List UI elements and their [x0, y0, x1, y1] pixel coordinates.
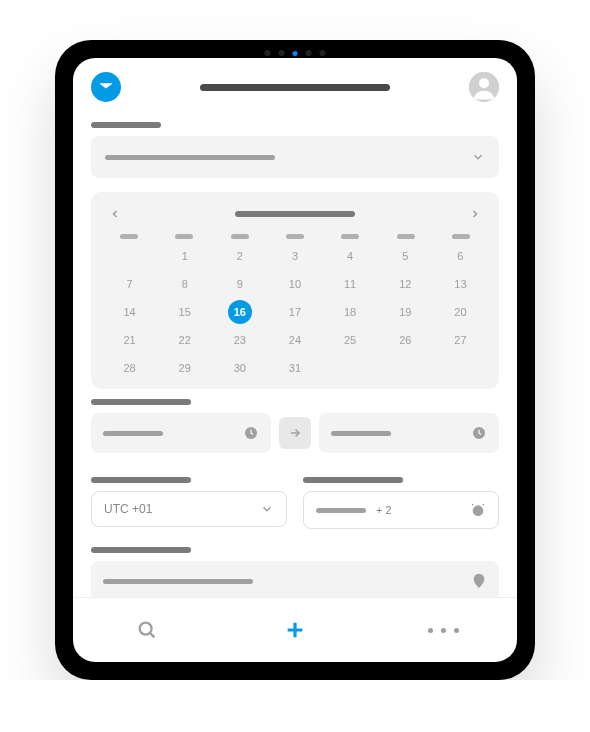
section-label-location	[91, 547, 191, 553]
timezone-select[interactable]: UTC +01	[91, 491, 287, 527]
calendar-day[interactable]: 2	[213, 243, 266, 269]
category-dropdown[interactable]	[91, 136, 499, 178]
calendar-day[interactable]: 16	[228, 300, 252, 324]
calendar-day[interactable]: 31	[268, 355, 321, 381]
calendar-day[interactable]: 22	[158, 327, 211, 353]
clock-icon	[471, 425, 487, 441]
calendar-day[interactable]: 9	[213, 271, 266, 297]
calendar-day[interactable]: 3	[268, 243, 321, 269]
calendar-day[interactable]: 12	[379, 271, 432, 297]
start-time-field[interactable]	[91, 413, 271, 453]
profile-avatar[interactable]	[469, 72, 499, 102]
calendar-weekday-row	[103, 234, 487, 239]
time-arrow-icon	[279, 417, 311, 449]
calendar-day[interactable]: 23	[213, 327, 266, 353]
calendar-day[interactable]: 6	[434, 243, 487, 269]
svg-point-1	[479, 78, 489, 88]
calendar-day[interactable]: 15	[158, 299, 211, 325]
calendar-day[interactable]: 5	[379, 243, 432, 269]
bottom-nav	[73, 597, 517, 662]
section-label-timezone	[91, 477, 191, 483]
reminder-extra-count: + 2	[376, 504, 392, 516]
calendar-day[interactable]: 19	[379, 299, 432, 325]
svg-point-7	[140, 623, 152, 635]
calendar-day[interactable]: 30	[213, 355, 266, 381]
calendar-month-label	[235, 211, 355, 217]
chevron-down-icon	[260, 502, 274, 516]
calendar-day[interactable]: 7	[103, 271, 156, 297]
app-logo[interactable]	[91, 72, 121, 102]
calendar-day[interactable]: 26	[379, 327, 432, 353]
end-time-field[interactable]	[319, 413, 499, 453]
calendar-day[interactable]: 21	[103, 327, 156, 353]
location-field[interactable]	[91, 561, 499, 597]
calendar-day[interactable]: 11	[324, 271, 377, 297]
svg-line-8	[150, 633, 154, 637]
calendar-day[interactable]: 14	[103, 299, 156, 325]
calendar-day[interactable]: 13	[434, 271, 487, 297]
location-pin-icon	[471, 573, 487, 589]
calendar-day[interactable]: 10	[268, 271, 321, 297]
nav-more-button[interactable]	[423, 610, 463, 650]
nav-search-button[interactable]	[127, 610, 167, 650]
calendar-day[interactable]: 27	[434, 327, 487, 353]
section-label-reminder	[303, 477, 403, 483]
alarm-icon	[470, 502, 486, 518]
calendar-day[interactable]: 1	[158, 243, 211, 269]
calendar-day[interactable]: 20	[434, 299, 487, 325]
calendar-day[interactable]: 4	[324, 243, 377, 269]
calendar-day[interactable]: 24	[268, 327, 321, 353]
calendar-grid: 1234567891011121314151617181920212223242…	[103, 243, 487, 381]
calendar-day[interactable]: 25	[324, 327, 377, 353]
chevron-down-icon	[471, 150, 485, 164]
calendar-day[interactable]: 29	[158, 355, 211, 381]
clock-icon	[243, 425, 259, 441]
reminder-field[interactable]: + 2	[303, 491, 499, 529]
svg-point-6	[477, 577, 480, 580]
calendar: 1234567891011121314151617181920212223242…	[91, 192, 499, 389]
timezone-value: UTC +01	[104, 502, 152, 516]
calendar-next-button[interactable]	[463, 202, 487, 226]
calendar-day[interactable]: 28	[103, 355, 156, 381]
top-bar	[73, 58, 517, 112]
calendar-day[interactable]: 17	[268, 299, 321, 325]
calendar-day[interactable]: 18	[324, 299, 377, 325]
section-label-time	[91, 399, 191, 405]
calendar-prev-button[interactable]	[103, 202, 127, 226]
section-label-category	[91, 122, 161, 128]
calendar-day[interactable]: 8	[158, 271, 211, 297]
nav-add-button[interactable]	[275, 610, 315, 650]
page-title	[133, 84, 457, 91]
